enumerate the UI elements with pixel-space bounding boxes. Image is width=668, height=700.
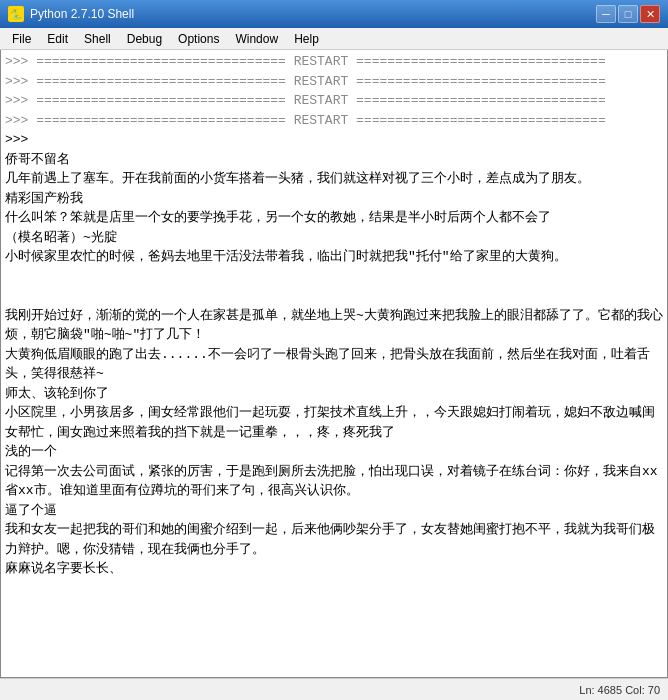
content-text: 小区院里，小男孩居多，闺女经常跟他们一起玩耍，打架技术直线上升，，今天跟媳妇打闹…: [5, 403, 663, 442]
author-label: 浅的一个: [5, 442, 663, 462]
author-label: 精彩国产粉我: [5, 189, 663, 209]
cursor-position: Ln: 4685 Col: 70: [579, 684, 660, 696]
restart-line: >>> ================================ RES…: [5, 52, 663, 72]
title-bar: 🐍 Python 2.7.10 Shell ─ □ ✕: [0, 0, 668, 28]
menu-bar: File Edit Shell Debug Options Window Hel…: [0, 28, 668, 50]
shell-content[interactable]: >>> ================================ RES…: [0, 50, 668, 678]
window-controls: ─ □ ✕: [596, 5, 660, 23]
app-icon: 🐍: [8, 6, 24, 22]
menu-window[interactable]: Window: [227, 30, 286, 48]
minimize-button[interactable]: ─: [596, 5, 616, 23]
content-text: 几年前遇上了塞车。开在我前面的小货车搭着一头猪，我们就这样对视了三个小时，差点成…: [5, 169, 663, 189]
menu-options[interactable]: Options: [170, 30, 227, 48]
author-label: （模名昭著）~光腚: [5, 228, 663, 248]
author-label: 麻麻说名字要长长、: [5, 559, 663, 579]
restart-line: >>> ================================ RES…: [5, 111, 663, 131]
restart-line: >>> ================================ RES…: [5, 91, 663, 111]
content-text: 什么叫笨？笨就是店里一个女的要学挽手花，另一个女的教她，结果是半小时后两个人都不…: [5, 208, 663, 228]
close-button[interactable]: ✕: [640, 5, 660, 23]
menu-file[interactable]: File: [4, 30, 39, 48]
content-text: 小时候家里农忙的时候，爸妈去地里干活没法带着我，临出门时就把我"托付"给了家里的…: [5, 247, 663, 384]
content-text: 我和女友一起把我的哥们和她的闺蜜介绍到一起，后来他俩吵架分手了，女友替她闺蜜打抱…: [5, 520, 663, 559]
menu-debug[interactable]: Debug: [119, 30, 170, 48]
maximize-button[interactable]: □: [618, 5, 638, 23]
restart-line: >>> ================================ RES…: [5, 72, 663, 92]
content-text: 记得第一次去公司面试，紧张的厉害，于是跑到厕所去洗把脸，怕出现口误，对着镜子在练…: [5, 462, 663, 501]
menu-shell[interactable]: Shell: [76, 30, 119, 48]
status-bar: Ln: 4685 Col: 70: [0, 678, 668, 700]
empty-prompt: >>>: [5, 130, 663, 150]
author-label: 侨哥不留名: [5, 150, 663, 170]
author-label: 师太、该轮到你了: [5, 384, 663, 404]
author-label: 逼了个逼: [5, 501, 663, 521]
menu-edit[interactable]: Edit: [39, 30, 76, 48]
menu-help[interactable]: Help: [286, 30, 327, 48]
window-title: Python 2.7.10 Shell: [30, 7, 596, 21]
